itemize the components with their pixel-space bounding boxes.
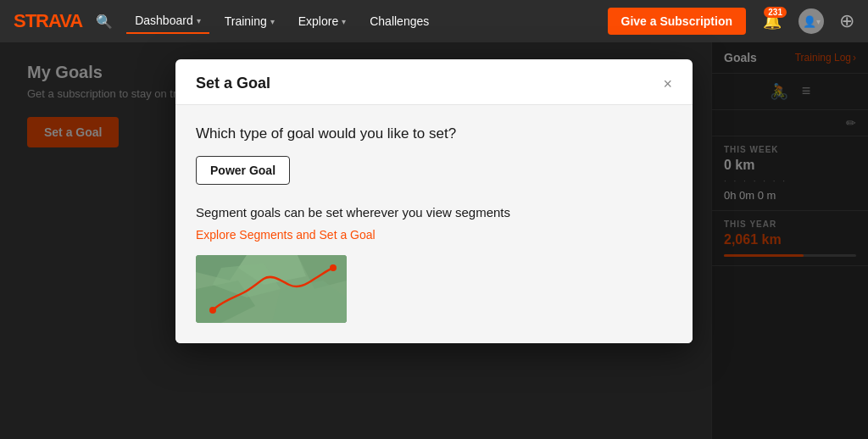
give-subscription-button[interactable]: Give a Subscription	[608, 8, 746, 35]
modal-segment-text: Segment goals can be set wherever you vi…	[196, 205, 672, 220]
user-avatar[interactable]: 👤 ▾	[798, 8, 824, 34]
map-thumbnail	[196, 255, 347, 323]
svg-point-7	[209, 307, 216, 314]
modal-close-button[interactable]: ×	[663, 76, 672, 92]
set-goal-modal: Set a Goal × Which type of goal would yo…	[175, 59, 693, 343]
strava-logo: STRAVA	[14, 10, 82, 32]
chevron-down-icon: ▾	[270, 17, 275, 26]
notification-bell[interactable]: 🔔 231	[763, 12, 782, 31]
search-icon[interactable]: 🔍	[96, 14, 113, 30]
navbar: STRAVA 🔍 Dashboard ▾ Training ▾ Explore …	[0, 0, 868, 42]
avatar-caret: ▾	[816, 17, 821, 26]
modal-question: Which type of goal would you like to set…	[196, 125, 672, 142]
nav-item-training[interactable]: Training ▾	[216, 9, 283, 33]
chevron-down-icon: ▾	[197, 16, 201, 25]
add-icon[interactable]: ⊕	[839, 10, 854, 32]
nav-item-dashboard[interactable]: Dashboard ▾	[126, 8, 209, 34]
explore-segments-link[interactable]: Explore Segments and Set a Goal	[196, 228, 672, 242]
map-route-svg	[196, 255, 347, 323]
power-goal-button[interactable]: Power Goal	[196, 156, 290, 185]
modal-overlay: Set a Goal × Which type of goal would yo…	[0, 42, 868, 439]
modal-body: Which type of goal would you like to set…	[175, 105, 693, 343]
chevron-down-icon: ▾	[342, 17, 346, 26]
nav-item-explore[interactable]: Explore ▾	[290, 9, 354, 33]
map-terrain	[196, 255, 347, 323]
modal-header: Set a Goal ×	[175, 59, 693, 105]
notification-badge: 231	[764, 7, 787, 18]
svg-point-8	[330, 264, 337, 271]
nav-item-challenges[interactable]: Challenges	[361, 9, 437, 33]
modal-title: Set a Goal	[196, 75, 270, 92]
